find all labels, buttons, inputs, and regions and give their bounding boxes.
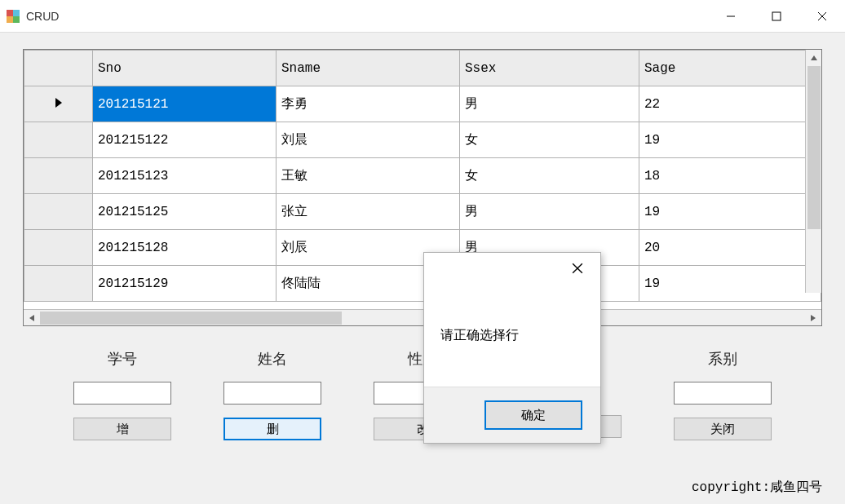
table-row[interactable]: 201215123王敏女18 (24, 158, 821, 194)
svg-rect-2 (7, 16, 13, 23)
cell-sname[interactable]: 李勇 (277, 86, 460, 122)
minimize-button[interactable] (708, 0, 754, 33)
cell-sage[interactable]: 18 (639, 158, 821, 194)
scroll-right-arrow[interactable] (805, 310, 821, 326)
cell-sno[interactable]: 201215121 (93, 86, 277, 122)
label-sno: 学号 (108, 349, 137, 369)
close-form-button[interactable]: 关闭 (674, 418, 772, 440)
current-row-indicator-icon (55, 98, 62, 108)
table-row[interactable]: 201215128刘辰男20 (24, 230, 821, 266)
row-header[interactable] (24, 230, 93, 266)
cell-sname[interactable]: 刘晨 (277, 122, 460, 158)
msgbox-titlebar (424, 253, 600, 284)
svg-rect-3 (13, 16, 20, 23)
cell-ssex[interactable]: 女 (460, 158, 639, 194)
cell-ssex[interactable]: 男 (460, 194, 639, 230)
svg-rect-1 (13, 10, 20, 16)
table-row[interactable]: 201215121李勇男22 (24, 86, 821, 122)
cell-sname[interactable]: 张立 (277, 194, 460, 230)
form-row: 学号 增 姓名 删 性别 改 查 系别 关闭 (23, 349, 822, 440)
window-controls (708, 0, 845, 33)
label-sdept: 系别 (708, 349, 737, 369)
input-sno[interactable] (73, 382, 171, 405)
content-area: Sno Sname Ssex Sage 201215121李勇男22201215… (0, 33, 845, 440)
svg-rect-5 (772, 12, 781, 20)
title-bar: CRUD (0, 0, 845, 33)
cell-sno[interactable]: 201215123 (93, 158, 277, 194)
cell-ssex[interactable]: 男 (460, 86, 639, 122)
table-row[interactable]: 201215125张立男19 (24, 194, 821, 230)
row-header[interactable] (24, 266, 93, 302)
msgbox-close-button[interactable] (561, 256, 594, 281)
label-sname: 姓名 (258, 349, 287, 369)
msgbox-message: 请正确选择行 (424, 284, 600, 387)
row-header[interactable] (24, 194, 93, 230)
msgbox-ok-button[interactable]: 确定 (484, 400, 582, 430)
cell-sage[interactable]: 22 (639, 86, 821, 122)
vertical-scroll-thumb[interactable] (807, 66, 821, 229)
table-row[interactable]: 201215129佟陆陆19 (24, 266, 821, 302)
data-grid[interactable]: Sno Sname Ssex Sage 201215121李勇男22201215… (23, 49, 822, 326)
column-header-sname[interactable]: Sname (277, 51, 460, 86)
svg-rect-0 (7, 10, 13, 16)
cell-sname[interactable]: 王敏 (277, 158, 460, 194)
cell-sage[interactable]: 20 (639, 230, 821, 266)
cell-sage[interactable]: 19 (639, 194, 821, 230)
row-header[interactable] (24, 158, 93, 194)
col-sno: 学号 增 (47, 349, 197, 440)
horizontal-scrollbar[interactable] (24, 309, 821, 325)
horizontal-scroll-thumb[interactable] (40, 312, 342, 325)
window-title: CRUD (26, 10, 59, 23)
cell-ssex[interactable]: 女 (460, 122, 639, 158)
svg-marker-10 (811, 315, 816, 321)
row-header-corner (24, 51, 93, 86)
row-header[interactable] (24, 122, 93, 158)
close-button[interactable] (799, 0, 845, 33)
app-icon (7, 10, 20, 23)
table-row[interactable]: 201215122刘晨女19 (24, 122, 821, 158)
grid-header-row: Sno Sname Ssex Sage (24, 51, 821, 86)
col-sdept: 系别 关闭 (648, 349, 798, 440)
copyright-text: copyright:咸鱼四号 (692, 479, 822, 496)
column-header-sage[interactable]: Sage (639, 51, 821, 86)
delete-button[interactable]: 删 (223, 418, 321, 440)
cell-sno[interactable]: 201215125 (93, 194, 277, 230)
scroll-up-arrow[interactable] (806, 50, 821, 66)
scroll-left-arrow[interactable] (24, 310, 40, 326)
message-box: 请正确选择行 确定 (423, 252, 601, 444)
cell-sno[interactable]: 201215128 (93, 230, 277, 266)
row-header[interactable] (24, 86, 93, 122)
svg-marker-9 (29, 315, 34, 321)
cell-sno[interactable]: 201215122 (93, 122, 277, 158)
msgbox-footer: 确定 (424, 387, 600, 443)
input-sname[interactable] (223, 382, 321, 405)
column-header-ssex[interactable]: Ssex (460, 51, 639, 86)
cell-sno[interactable]: 201215129 (93, 266, 277, 302)
add-button[interactable]: 增 (73, 418, 171, 440)
input-sdept[interactable] (674, 382, 772, 405)
maximize-button[interactable] (754, 0, 799, 33)
column-header-sno[interactable]: Sno (93, 51, 277, 86)
svg-marker-8 (811, 55, 817, 60)
vertical-scrollbar[interactable] (805, 50, 821, 293)
col-sname: 姓名 删 (197, 349, 347, 440)
cell-sage[interactable]: 19 (639, 266, 821, 302)
cell-sage[interactable]: 19 (639, 122, 821, 158)
